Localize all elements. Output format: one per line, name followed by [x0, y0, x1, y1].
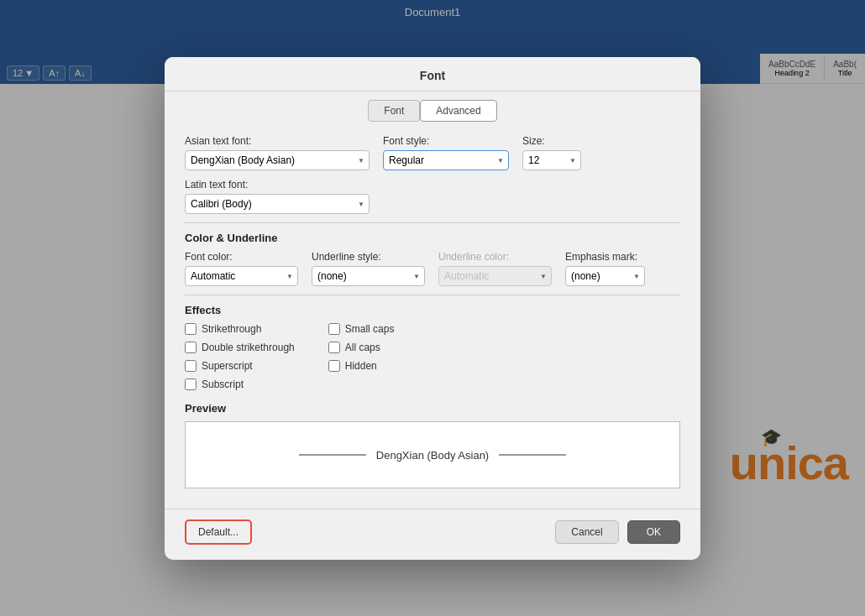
font-dialog: Font Font Advanced Asian text font: Deng… [165, 57, 700, 560]
font-style-select[interactable]: Regular [383, 150, 509, 170]
latin-font-group: Latin text font: Calibri (Body) [185, 179, 370, 214]
subscript-label: Subscript [202, 378, 244, 390]
preview-label: Preview [185, 402, 680, 415]
hidden-checkbox[interactable] [328, 360, 340, 372]
font-main-row: Asian text font: DengXian (Body Asian) F… [185, 135, 680, 170]
small-caps-label: Small caps [345, 323, 395, 335]
tab-font[interactable]: Font [368, 100, 420, 122]
underline-style-group: Underline style: (none) [312, 251, 425, 286]
tab-advanced[interactable]: Advanced [420, 100, 496, 122]
font-color-group: Font color: Automatic [185, 251, 298, 286]
preview-line-right [499, 454, 566, 455]
underline-color-select-wrapper: Automatic [438, 266, 552, 286]
modal-overlay: Font Font Advanced Asian text font: Deng… [0, 0, 865, 616]
effects-right-col: Small caps All caps Hidden [328, 323, 395, 390]
font-size-group: Size: 12 [522, 135, 581, 170]
small-caps-checkbox[interactable] [328, 323, 340, 335]
font-color-label: Font color: [185, 251, 298, 263]
all-caps-checkbox[interactable] [328, 342, 340, 353]
underline-style-select[interactable]: (none) [312, 266, 425, 286]
ok-button[interactable]: OK [627, 520, 680, 544]
font-style-group: Font style: Regular [383, 135, 509, 170]
underline-style-label: Underline style: [312, 251, 425, 263]
asian-font-group: Asian text font: DengXian (Body Asian) [185, 135, 370, 170]
asian-font-label: Asian text font: [185, 135, 370, 147]
emphasis-mark-group: Emphasis mark: (none) [565, 251, 645, 286]
small-caps-item[interactable]: Small caps [328, 323, 395, 335]
preview-line-left [299, 454, 366, 455]
effects-left-col: Strikethrough Double strikethrough Super… [185, 323, 295, 390]
font-color-select[interactable]: Automatic [185, 266, 298, 286]
emphasis-mark-label: Emphasis mark: [565, 251, 645, 263]
font-size-label: Size: [522, 135, 581, 147]
underline-color-label: Underline color: [438, 251, 552, 263]
dialog-body: Asian text font: DengXian (Body Asian) F… [165, 122, 700, 502]
dialog-tabs: Font Advanced [165, 91, 700, 122]
default-button[interactable]: Default... [185, 519, 252, 545]
double-strikethrough-checkbox[interactable] [185, 342, 197, 353]
all-caps-item[interactable]: All caps [328, 342, 395, 353]
subscript-checkbox[interactable] [185, 378, 197, 390]
effects-section: Effects Strikethrough Double strikethrou… [185, 304, 680, 390]
strikethrough-label: Strikethrough [202, 323, 261, 335]
subscript-item[interactable]: Subscript [185, 378, 295, 390]
superscript-item[interactable]: Superscript [185, 360, 295, 372]
cancel-button[interactable]: Cancel [555, 520, 618, 544]
emphasis-mark-select-wrapper: (none) [565, 266, 645, 286]
asian-font-select[interactable]: DengXian (Body Asian) [185, 150, 370, 170]
preview-section: Preview DengXian (Body Asian) [185, 402, 680, 488]
latin-font-select-wrapper: Calibri (Body) [185, 194, 370, 214]
font-style-label: Font style: [383, 135, 509, 147]
preview-text: DengXian (Body Asian) [376, 448, 489, 461]
color-underline-row: Font color: Automatic Underline style: [185, 251, 680, 286]
footer-right-buttons: Cancel OK [555, 520, 680, 544]
preview-content: DengXian (Body Asian) [186, 448, 679, 461]
superscript-label: Superscript [202, 360, 253, 372]
hidden-item[interactable]: Hidden [328, 360, 395, 372]
divider-2 [185, 295, 680, 295]
font-color-select-wrapper: Automatic [185, 266, 298, 286]
effects-grid: Strikethrough Double strikethrough Super… [185, 323, 680, 390]
superscript-checkbox[interactable] [185, 360, 197, 372]
underline-color-select[interactable]: Automatic [438, 266, 552, 286]
font-size-select[interactable]: 12 [522, 150, 581, 170]
font-size-select-wrapper: 12 [522, 150, 581, 170]
color-underline-section: Color & Underline Font color: Automatic [185, 232, 680, 286]
divider-1 [185, 222, 680, 223]
all-caps-label: All caps [345, 342, 380, 353]
effects-heading: Effects [185, 304, 680, 316]
hidden-label: Hidden [345, 360, 377, 372]
asian-font-select-wrapper: DengXian (Body Asian) [185, 150, 370, 170]
latin-font-row: Latin text font: Calibri (Body) [185, 179, 680, 214]
underline-color-group: Underline color: Automatic [438, 251, 552, 286]
font-style-select-wrapper: Regular [383, 150, 509, 170]
color-underline-heading: Color & Underline [185, 232, 680, 244]
latin-font-select[interactable]: Calibri (Body) [185, 194, 370, 214]
dialog-footer: Default... Cancel OK [165, 509, 700, 560]
emphasis-mark-select[interactable]: (none) [565, 266, 645, 286]
strikethrough-item[interactable]: Strikethrough [185, 323, 295, 335]
latin-font-label: Latin text font: [185, 179, 370, 191]
underline-style-select-wrapper: (none) [312, 266, 425, 286]
preview-box: DengXian (Body Asian) [185, 421, 680, 488]
double-strikethrough-label: Double strikethrough [202, 342, 295, 353]
double-strikethrough-item[interactable]: Double strikethrough [185, 342, 295, 353]
dialog-title: Font [165, 57, 700, 91]
strikethrough-checkbox[interactable] [185, 323, 197, 335]
